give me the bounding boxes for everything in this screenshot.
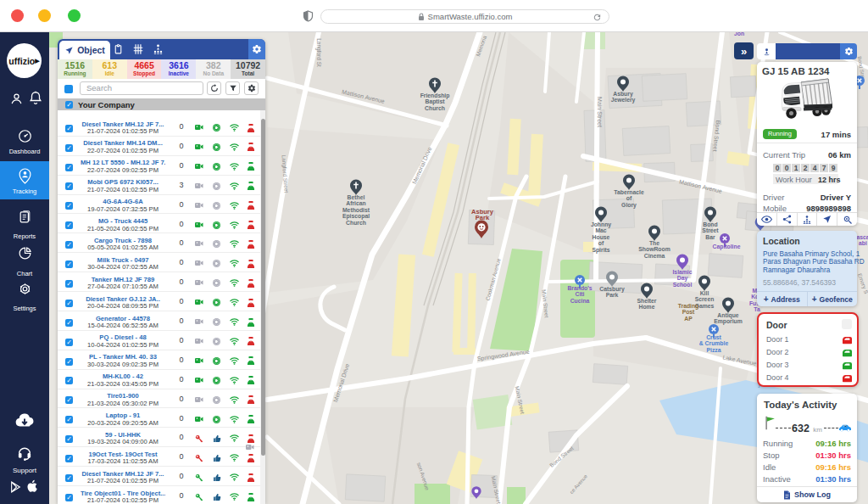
svg-text:Glory: Glory <box>621 202 637 209</box>
svg-text:Bond: Bond <box>703 221 717 227</box>
svg-text:Bethel: Bethel <box>348 194 365 200</box>
svg-text:Crust: Crust <box>706 334 721 340</box>
svg-text:Street: Street <box>702 227 719 233</box>
svg-text:School: School <box>673 282 693 288</box>
svg-text:Ta: Ta <box>754 306 760 312</box>
svg-text:Mac: Mac <box>595 227 606 233</box>
svg-text:& Crumble: & Crumble <box>699 340 729 346</box>
svg-text:The: The <box>649 240 659 246</box>
svg-text:abi: abi <box>859 240 867 246</box>
svg-text:Kill: Kill <box>700 290 709 296</box>
svg-text:Langford St: Langford St <box>315 38 322 67</box>
svg-text:of: of <box>626 195 632 201</box>
svg-text:Islamic: Islamic <box>672 269 692 275</box>
svg-text:Cucina: Cucina <box>570 298 590 304</box>
svg-text:House: House <box>593 234 610 240</box>
svg-text:Emporium: Emporium <box>714 318 743 325</box>
svg-text:Home: Home <box>639 304 655 310</box>
svg-text:Pizza: Pizza <box>707 347 721 353</box>
svg-text:Church: Church <box>425 105 445 111</box>
svg-text:Park: Park <box>606 292 619 298</box>
svg-text:of: of <box>598 240 604 246</box>
svg-text:Post: Post <box>682 309 695 315</box>
svg-text:Jewelery: Jewelery <box>611 97 636 104</box>
svg-text:Main Street: Main Street <box>597 97 603 127</box>
svg-text:Jon: Jon <box>734 32 744 36</box>
svg-text:AP: AP <box>684 316 693 322</box>
svg-text:Spirits: Spirits <box>592 247 609 254</box>
svg-text:Bar: Bar <box>705 234 715 240</box>
svg-text:Cinema: Cinema <box>644 253 665 259</box>
svg-text:Brando's: Brando's <box>567 285 592 291</box>
svg-text:Capitoline: Capitoline <box>713 244 741 250</box>
svg-text:Screen: Screen <box>695 296 715 302</box>
svg-text:asca: asca <box>856 234 868 240</box>
svg-text:Citi: Citi <box>576 291 585 297</box>
svg-text:Tabernacle: Tabernacle <box>614 189 644 195</box>
svg-text:Church: Church <box>346 220 366 226</box>
svg-text:Methodist: Methodist <box>342 207 370 213</box>
svg-text:ShowRoom: ShowRoom <box>638 246 670 252</box>
svg-text:African: African <box>346 200 365 206</box>
svg-text:Shelter: Shelter <box>637 298 656 304</box>
